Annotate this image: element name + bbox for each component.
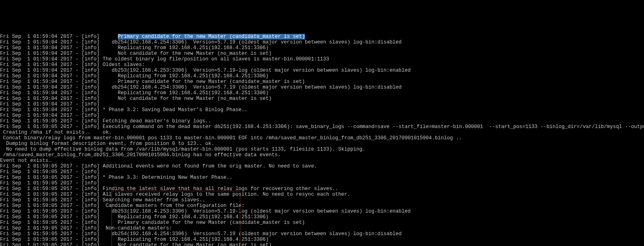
log-line: Fri Sep 1 01:59:04 2017 - [info] <box>0 101 644 107</box>
log-line: Fri Sep 1 01:59:04 2017 - [info] Replica… <box>0 73 644 79</box>
log-line: Fri Sep 1 01:59:04 2017 - [info] Primary… <box>0 34 644 39</box>
log-line: Fri Sep 1 01:59:04 2017 - [info] Replica… <box>0 45 644 51</box>
log-line: Event not exists. <box>0 158 644 163</box>
log-line: Fri Sep 1 01:59:05 2017 - [info] Replica… <box>0 237 644 242</box>
log-line: Fri Sep 1 01:59:04 2017 - [info] Not can… <box>0 51 644 56</box>
log-line: Fri Sep 1 01:59:05 2017 - [info] * Phase… <box>0 175 644 180</box>
log-line: Fri Sep 1 01:59:04 2017 - [info] Not can… <box>0 96 644 101</box>
log-line: Fri Sep 1 01:59:04 2017 - [info] Oldest … <box>0 62 644 68</box>
terminal-output[interactable]: Fri Sep 1 01:59:04 2017 - [info] Primary… <box>0 34 644 246</box>
log-line: Fri Sep 1 01:59:05 2017 - [info] db253(1… <box>0 209 644 214</box>
log-line: Fri Sep 1 01:59:05 2017 - [info] Searchi… <box>0 197 644 203</box>
log-line: Fri Sep 1 01:59:04 2017 - [info] db254(1… <box>0 85 644 90</box>
log-line: Fri Sep 1 01:59:05 2017 - [info] Non-can… <box>0 225 644 231</box>
log-line: Creating /mha if not exists.. ok. <box>0 130 644 135</box>
log-line: Fri Sep 1 01:59:05 2017 - [info] Not can… <box>0 242 644 246</box>
log-line: Fri Sep 1 01:59:05 2017 - [info] Candida… <box>0 203 644 209</box>
log-prefix: Fri Sep 1 01:59:04 2017 - [info] <box>0 34 118 39</box>
log-line: Fri Sep 1 01:59:04 2017 - [info] db254(1… <box>0 39 644 45</box>
log-line: Fri Sep 1 01:59:04 2017 - [info] The old… <box>0 56 644 62</box>
log-line: Fri Sep 1 01:59:05 2017 - [info] Fetchin… <box>0 118 644 124</box>
log-line: Fri Sep 1 01:59:05 2017 - [info] Finding… <box>0 186 644 192</box>
log-line: Fri Sep 1 01:59:05 2017 - [info] <box>0 169 644 175</box>
log-line: Fri Sep 1 01:59:04 2017 - [info] * Phase… <box>0 107 644 113</box>
log-line: No need to dump effective binlog data fr… <box>0 147 644 152</box>
terminal-wrapper: Fri Sep 1 01:59:04 2017 - [info] Primary… <box>0 23 644 246</box>
log-line: Fri Sep 1 01:59:04 2017 - [info] <box>0 113 644 118</box>
log-line: Concat binary/relay logs from master-bin… <box>0 135 644 141</box>
selected-text: Primary candidate for the new Master (ca… <box>118 34 305 39</box>
log-line: Fri Sep 1 01:59:05 2017 - [info] Additio… <box>0 163 644 169</box>
log-line: Fri Sep 1 01:59:05 2017 - [info] Primary… <box>0 220 644 225</box>
log-line: Fri Sep 1 01:59:04 2017 - [info] db253(1… <box>0 68 644 73</box>
log-line: Fri Sep 1 01:59:05 2017 - [info] <box>0 180 644 186</box>
log-line: Fri Sep 1 01:59:05 2017 - [info] All sla… <box>0 192 644 197</box>
log-line: Fri Sep 1 01:59:04 2017 - [info] Replica… <box>0 90 644 96</box>
log-line: Dumping binlog format description event,… <box>0 141 644 147</box>
log-line: Fri Sep 1 01:59:04 2017 - [info] Primary… <box>0 79 644 85</box>
log-line: /mha/saved_master_binlog_from_db251_3306… <box>0 152 644 158</box>
log-line: Fri Sep 1 01:59:05 2017 - [info] Replica… <box>0 214 644 220</box>
log-line: Fri Sep 1 01:59:05 2017 - [info] Executi… <box>0 124 644 130</box>
log-line: Fri Sep 1 01:59:05 2017 - [info] db254(1… <box>0 231 644 237</box>
